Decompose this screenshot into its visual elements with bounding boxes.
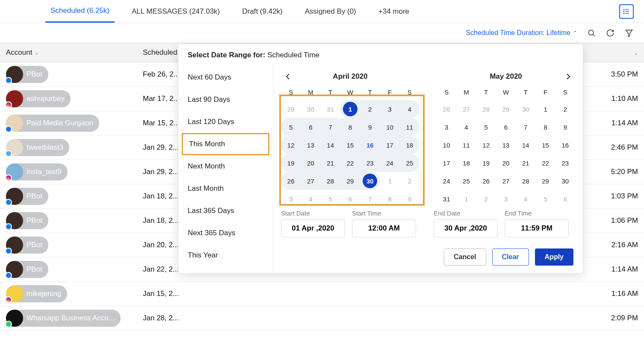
end-time-input[interactable] xyxy=(505,219,569,237)
calendar-day[interactable]: 18 xyxy=(456,154,476,172)
calendar-day[interactable]: 4 xyxy=(400,100,419,118)
preset-option[interactable]: This Month xyxy=(182,133,269,155)
account-chip[interactable]: PBot xyxy=(6,261,48,278)
calendar-day[interactable]: 17 xyxy=(437,154,456,172)
calendar-day[interactable]: 22 xyxy=(340,154,360,172)
calendar-day[interactable]: 7 xyxy=(516,118,535,136)
account-chip[interactable]: mikejening xyxy=(6,285,67,302)
prev-month[interactable] xyxy=(283,71,293,82)
calendar-day[interactable]: 27 xyxy=(301,172,320,190)
calendar-day[interactable]: 2 xyxy=(555,100,575,118)
calendar-day[interactable]: 1 xyxy=(380,172,399,190)
calendar-day[interactable]: 9 xyxy=(360,118,380,136)
tab[interactable]: Scheduled (6.25k) xyxy=(45,0,115,23)
calendar-day[interactable]: 22 xyxy=(535,154,555,172)
calendar-day[interactable]: 2 xyxy=(360,100,380,118)
list-view-toggle[interactable] xyxy=(619,4,634,19)
calendar-day[interactable]: 8 xyxy=(380,190,399,208)
preset-option[interactable]: Next Month xyxy=(178,155,273,177)
preset-option[interactable]: Last 120 Days xyxy=(178,111,273,133)
calendar-day[interactable]: 4 xyxy=(516,190,535,208)
end-date-input[interactable] xyxy=(434,219,498,237)
calendar-day[interactable]: 27 xyxy=(456,100,476,118)
calendar-day[interactable]: 10 xyxy=(380,118,399,136)
calendar-day[interactable]: 10 xyxy=(437,136,456,154)
preset-option[interactable]: Last 90 Days xyxy=(178,89,273,111)
preset-option[interactable]: Next 60 Days xyxy=(178,66,273,89)
calendar-day[interactable]: 30 xyxy=(301,100,320,118)
start-date-input[interactable] xyxy=(281,219,345,237)
calendar-day[interactable]: 12 xyxy=(281,136,301,154)
calendar-day[interactable]: 5 xyxy=(535,190,555,208)
account-chip[interactable]: PBot xyxy=(6,188,48,205)
calendar-day[interactable]: 21 xyxy=(321,154,340,172)
calendar-day[interactable]: 23 xyxy=(555,154,575,172)
preset-option[interactable]: Last 365 Days xyxy=(178,200,273,222)
calendar-day[interactable]: 9 xyxy=(555,118,575,136)
calendar-day[interactable]: 3 xyxy=(437,118,456,136)
account-chip[interactable]: Whatsapp Business Acco... xyxy=(6,310,121,327)
calendar-day[interactable]: 2 xyxy=(400,172,419,190)
calendar-day[interactable]: 31 xyxy=(437,190,456,208)
calendar-day[interactable]: 28 xyxy=(321,172,340,190)
preset-option[interactable]: Next 365 Days xyxy=(178,222,273,244)
calendar-day[interactable]: 1 xyxy=(535,100,555,118)
calendar-day[interactable]: 23 xyxy=(360,154,380,172)
calendar-day[interactable]: 6 xyxy=(301,118,320,136)
calendar-day[interactable]: 6 xyxy=(340,190,360,208)
calendar-day[interactable]: 16 xyxy=(360,136,380,154)
calendar-day[interactable]: 13 xyxy=(496,136,516,154)
search-button[interactable] xyxy=(587,28,596,38)
calendar-day[interactable]: 3 xyxy=(380,100,399,118)
account-chip[interactable]: PBot xyxy=(6,66,48,83)
calendar-day[interactable]: 6 xyxy=(496,118,516,136)
calendar-day[interactable]: 30 xyxy=(360,172,380,190)
account-chip[interactable]: PBot xyxy=(6,212,48,229)
calendar-day[interactable]: 27 xyxy=(496,172,516,190)
calendar-day[interactable]: 15 xyxy=(340,136,360,154)
calendar-day[interactable]: 28 xyxy=(476,100,496,118)
calendar-day[interactable]: 26 xyxy=(476,172,496,190)
table-row[interactable]: Whatsapp Business Acco... Jan 28, 2... 2… xyxy=(0,306,644,331)
calendar-day[interactable]: 14 xyxy=(321,136,340,154)
account-chip[interactable]: Paid Media Gurgaon xyxy=(6,115,99,132)
calendar-day[interactable]: 31 xyxy=(321,100,340,118)
calendar-day[interactable]: 18 xyxy=(400,136,419,154)
calendar-day[interactable]: 17 xyxy=(380,136,399,154)
preset-option[interactable]: This Year xyxy=(178,244,273,266)
calendar-day[interactable]: 3 xyxy=(281,190,301,208)
next-month[interactable] xyxy=(563,71,573,82)
tab[interactable]: Draft (9.42k) xyxy=(237,0,287,23)
account-chip[interactable]: ashupurbey xyxy=(6,90,71,107)
calendar-day[interactable]: 13 xyxy=(301,136,320,154)
calendar-day[interactable]: 1 xyxy=(456,190,476,208)
calendar-day[interactable]: 28 xyxy=(516,172,535,190)
calendar-day[interactable]: 3 xyxy=(496,190,516,208)
calendar-day[interactable]: 25 xyxy=(400,154,419,172)
tab[interactable]: Assigned By (0) xyxy=(300,0,361,23)
calendar-day[interactable]: 4 xyxy=(301,190,320,208)
calendar-day[interactable]: 29 xyxy=(535,172,555,190)
calendar-day[interactable]: 5 xyxy=(281,118,301,136)
calendar-day[interactable]: 29 xyxy=(496,100,516,118)
calendar-day[interactable]: 20 xyxy=(496,154,516,172)
scheduled-time-filter[interactable]: Scheduled Time Duration: Lifetime ⌃ xyxy=(466,29,577,37)
calendar-day[interactable]: 30 xyxy=(555,172,575,190)
calendar-day[interactable]: 12 xyxy=(476,136,496,154)
column-header-time[interactable]: ⌄ xyxy=(578,49,638,56)
calendar-day[interactable]: 11 xyxy=(400,118,419,136)
calendar-day[interactable]: 25 xyxy=(456,172,476,190)
calendar-day[interactable]: 24 xyxy=(380,154,399,172)
cancel-button[interactable]: Cancel xyxy=(444,248,486,266)
preset-option[interactable]: Last Month xyxy=(178,177,273,200)
calendar-day[interactable]: 29 xyxy=(340,172,360,190)
calendar-day[interactable]: 2 xyxy=(476,190,496,208)
calendar-day[interactable]: 19 xyxy=(476,154,496,172)
table-row[interactable]: mikejening Jan 15, 2... 1:16 AM xyxy=(0,282,644,306)
calendar-day[interactable]: 16 xyxy=(555,136,575,154)
calendar-day[interactable]: 24 xyxy=(437,172,456,190)
apply-button[interactable]: Apply xyxy=(535,248,573,266)
calendar-day[interactable]: 7 xyxy=(321,118,340,136)
calendar-day[interactable]: 11 xyxy=(456,136,476,154)
calendar-day[interactable]: 5 xyxy=(321,190,340,208)
